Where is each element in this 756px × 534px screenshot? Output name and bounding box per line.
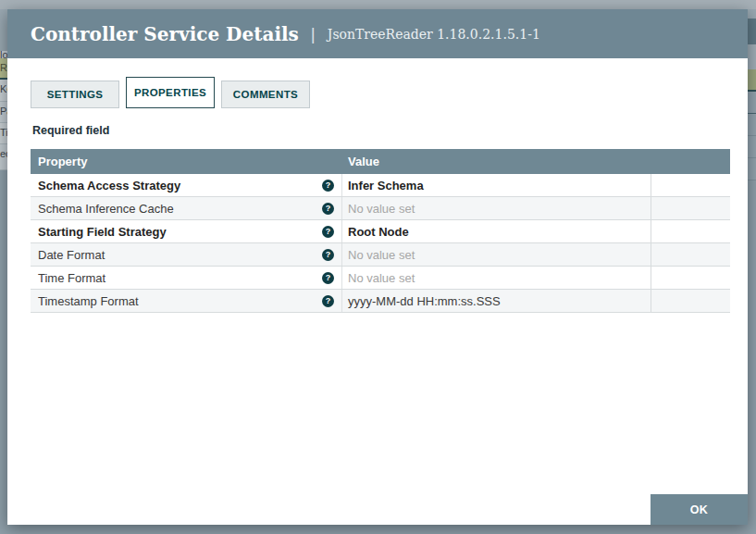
value-cell: No value set — [342, 267, 651, 289]
property-name: Schema Access Strategy — [38, 179, 180, 192]
required-field-label: Required field — [32, 124, 748, 137]
row-spacer-cell — [651, 243, 730, 266]
background-fragment-text: lo — [0, 51, 7, 58]
value-cell: Root Node — [342, 220, 651, 242]
property-value: Infer Schema — [348, 179, 424, 192]
background-fragment-text: Ti — [0, 123, 7, 144]
value-cell: No value set — [342, 197, 651, 219]
help-icon[interactable]: ? — [322, 203, 334, 215]
table-row: Timestamp Format?yyyy-MM-dd HH:mm:ss.SSS — [31, 290, 730, 313]
background-fragment-text: Pa — [0, 102, 7, 123]
table-row: Schema Access Strategy?Infer Schema — [31, 174, 730, 197]
row-spacer-cell — [651, 197, 730, 219]
dialog-header: Controller Service Details | JsonTreeRea… — [7, 9, 748, 58]
property-value: No value set — [348, 248, 415, 262]
properties-table-body: Schema Access Strategy?Infer SchemaSchem… — [31, 174, 730, 313]
property-cell: Starting Field Strategy? — [31, 220, 342, 242]
tab-settings[interactable]: SETTINGS — [31, 81, 119, 108]
value-cell: No value set — [342, 243, 651, 266]
background-fragment — [748, 19, 756, 44]
table-row: Time Format?No value set — [31, 267, 730, 290]
property-value: Root Node — [348, 225, 409, 239]
background-fragment-text: Ke — [0, 80, 7, 102]
property-name: Starting Field Strategy — [38, 225, 167, 239]
value-cell: yyyy-MM-dd HH:mm:ss.SSS — [342, 290, 651, 312]
dialog-title: Controller Service Details — [31, 23, 299, 45]
tab-comments[interactable]: COMMENTS — [221, 81, 310, 108]
table-row: Starting Field Strategy?Root Node — [31, 220, 730, 243]
background-fragment — [748, 158, 756, 180]
property-cell: Date Format? — [31, 243, 342, 266]
dialog-subtitle: JsonTreeReader 1.18.0.2.1.5.1-1 — [328, 27, 540, 42]
value-cell: Infer Schema — [342, 174, 651, 196]
help-icon[interactable]: ? — [322, 249, 334, 261]
table-row: Schema Inference Cache?No value set — [31, 197, 730, 220]
help-icon[interactable]: ? — [322, 272, 334, 284]
background-fragment-highlighted-row: R — [0, 58, 7, 80]
tab-bar: SETTINGSPROPERTIESCOMMENTS — [31, 77, 748, 108]
property-cell: Timestamp Format? — [31, 290, 342, 312]
dimmed-backdrop-right — [748, 9, 756, 525]
tab-properties[interactable]: PROPERTIES — [126, 77, 215, 108]
property-cell: Schema Inference Cache? — [31, 197, 342, 219]
property-cell: Time Format? — [31, 267, 342, 289]
property-name: Timestamp Format — [38, 294, 139, 308]
background-fragment — [0, 170, 7, 513]
property-cell: Schema Access Strategy? — [31, 174, 342, 196]
property-name: Date Format — [38, 248, 105, 262]
background-fragment — [748, 9, 756, 19]
property-name: Schema Inference Cache — [38, 202, 174, 216]
row-spacer-cell — [651, 220, 730, 242]
row-spacer-cell — [651, 174, 730, 196]
properties-table-header: Property Value — [31, 149, 730, 174]
column-header-property: Property — [31, 155, 342, 168]
background-fragment — [748, 92, 756, 114]
background-fragment-highlighted-row — [748, 69, 756, 92]
help-icon[interactable]: ? — [322, 226, 334, 238]
property-name: Time Format — [38, 271, 105, 285]
background-fragment — [748, 44, 756, 69]
column-header-value: Value — [342, 155, 651, 168]
property-value: No value set — [348, 271, 415, 285]
property-value: No value set — [348, 202, 415, 216]
title-separator: | — [311, 24, 316, 44]
table-row: Date Format?No value set — [31, 243, 730, 267]
property-value: yyyy-MM-dd HH:mm:ss.SSS — [348, 294, 501, 308]
screen: lo R Ke Pa Ti ec Controller Service Deta… — [0, 0, 756, 534]
help-icon[interactable]: ? — [322, 295, 334, 307]
ok-button[interactable]: OK — [651, 494, 748, 525]
dimmed-backdrop-top — [0, 0, 756, 9]
row-spacer-cell — [651, 267, 730, 289]
controller-service-details-dialog: Controller Service Details | JsonTreeRea… — [7, 9, 748, 525]
row-spacer-cell — [651, 290, 730, 312]
dimmed-backdrop-left: lo R Ke Pa Ti ec — [0, 9, 7, 525]
help-icon[interactable]: ? — [322, 180, 334, 192]
background-fragment — [748, 136, 756, 158]
background-fragment — [748, 180, 756, 514]
background-fragment-text: ec — [0, 144, 7, 170]
background-fragment — [0, 9, 7, 51]
background-fragment — [748, 114, 756, 136]
properties-table: Property Value Schema Access Strategy?In… — [31, 149, 730, 313]
